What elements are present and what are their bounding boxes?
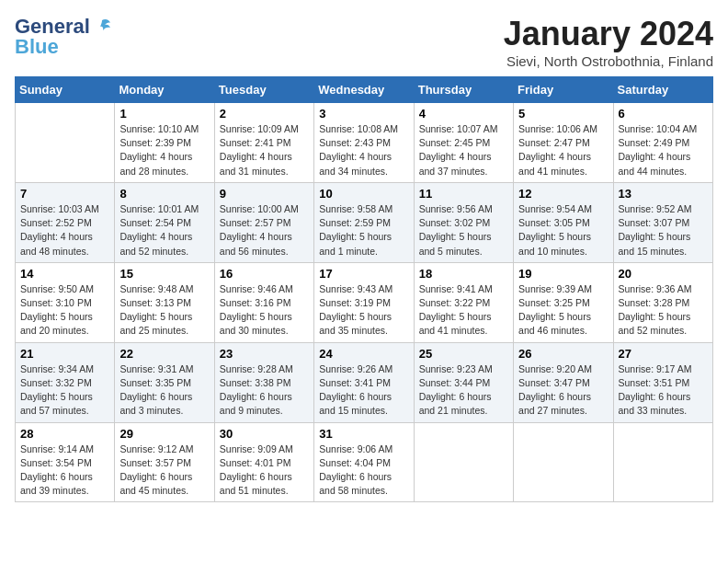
day-number: 5	[518, 107, 608, 121]
calendar-cell: 2Sunrise: 10:09 AMSunset: 2:41 PMDayligh…	[214, 103, 313, 183]
day-number: 20	[619, 267, 708, 281]
day-number: 17	[319, 267, 408, 281]
calendar-cell: 4Sunrise: 10:07 AMSunset: 2:45 PMDayligh…	[414, 103, 513, 183]
calendar-cell: 18Sunrise: 9:41 AMSunset: 3:22 PMDayligh…	[414, 262, 513, 342]
day-header-tuesday: Tuesday	[214, 77, 313, 103]
day-number: 8	[119, 187, 209, 201]
day-info: Sunrise: 9:41 AMSunset: 3:22 PMDaylight:…	[419, 282, 508, 339]
calendar-cell: 25Sunrise: 9:23 AMSunset: 3:44 PMDayligh…	[414, 342, 513, 422]
calendar-cell: 20Sunrise: 9:36 AMSunset: 3:28 PMDayligh…	[613, 262, 712, 342]
day-info: Sunrise: 10:10 AMSunset: 2:39 PMDaylight…	[119, 122, 209, 178]
calendar-cell: 12Sunrise: 9:54 AMSunset: 3:05 PMDayligh…	[514, 182, 613, 262]
day-info: Sunrise: 9:28 AMSunset: 3:38 PMDaylight:…	[220, 362, 309, 419]
day-header-monday: Monday	[115, 77, 214, 103]
day-header-wednesday: Wednesday	[314, 77, 414, 103]
calendar-table: SundayMondayTuesdayWednesdayThursdayFrid…	[15, 76, 713, 502]
calendar-cell: 9Sunrise: 10:00 AMSunset: 2:57 PMDayligh…	[214, 182, 313, 262]
calendar-cell: 19Sunrise: 9:39 AMSunset: 3:25 PMDayligh…	[514, 262, 613, 342]
day-header-friday: Friday	[514, 77, 613, 103]
day-number: 26	[518, 347, 608, 361]
day-number: 21	[20, 347, 109, 361]
day-number: 30	[220, 427, 309, 441]
calendar-week-row: 28Sunrise: 9:14 AMSunset: 3:54 PMDayligh…	[16, 422, 713, 502]
title-block: January 2024 Sievi, North Ostrobothnia, …	[504, 15, 713, 69]
calendar-cell: 24Sunrise: 9:26 AMSunset: 3:41 PMDayligh…	[314, 342, 414, 422]
day-number: 14	[20, 267, 109, 281]
day-info: Sunrise: 9:26 AMSunset: 3:41 PMDaylight:…	[319, 362, 408, 419]
day-info: Sunrise: 9:52 AMSunset: 3:07 PMDaylight:…	[619, 202, 708, 259]
calendar-header-row: SundayMondayTuesdayWednesdayThursdayFrid…	[16, 77, 713, 103]
day-info: Sunrise: 9:14 AMSunset: 3:54 PMDaylight:…	[20, 442, 109, 499]
day-info: Sunrise: 9:31 AMSunset: 3:35 PMDaylight:…	[119, 362, 209, 419]
logo-blue: Blue	[15, 35, 59, 59]
calendar-cell	[514, 422, 613, 502]
calendar-week-row: 1Sunrise: 10:10 AMSunset: 2:39 PMDayligh…	[16, 103, 713, 183]
calendar-cell: 21Sunrise: 9:34 AMSunset: 3:32 PMDayligh…	[16, 342, 115, 422]
calendar-subtitle: Sievi, North Ostrobothnia, Finland	[504, 53, 713, 69]
day-info: Sunrise: 9:43 AMSunset: 3:19 PMDaylight:…	[319, 282, 408, 339]
calendar-cell: 15Sunrise: 9:48 AMSunset: 3:13 PMDayligh…	[115, 262, 214, 342]
calendar-title: January 2024	[504, 15, 713, 53]
calendar-week-row: 14Sunrise: 9:50 AMSunset: 3:10 PMDayligh…	[16, 262, 713, 342]
day-info: Sunrise: 9:09 AMSunset: 4:01 PMDaylight:…	[220, 442, 309, 499]
day-info: Sunrise: 10:04 AMSunset: 2:49 PMDaylight…	[619, 122, 708, 178]
calendar-week-row: 21Sunrise: 9:34 AMSunset: 3:32 PMDayligh…	[16, 342, 713, 422]
calendar-cell: 16Sunrise: 9:46 AMSunset: 3:16 PMDayligh…	[214, 262, 313, 342]
day-number: 24	[319, 347, 408, 361]
day-info: Sunrise: 9:23 AMSunset: 3:44 PMDaylight:…	[419, 362, 508, 419]
calendar-cell: 3Sunrise: 10:08 AMSunset: 2:43 PMDayligh…	[314, 103, 414, 183]
calendar-cell: 23Sunrise: 9:28 AMSunset: 3:38 PMDayligh…	[214, 342, 313, 422]
calendar-cell: 6Sunrise: 10:04 AMSunset: 2:49 PMDayligh…	[613, 103, 712, 183]
day-number: 6	[619, 107, 708, 121]
logo: General Blue	[15, 15, 112, 59]
calendar-week-row: 7Sunrise: 10:03 AMSunset: 2:52 PMDayligh…	[16, 182, 713, 262]
calendar-cell: 1Sunrise: 10:10 AMSunset: 2:39 PMDayligh…	[115, 103, 214, 183]
day-number: 1	[119, 107, 209, 121]
calendar-cell: 22Sunrise: 9:31 AMSunset: 3:35 PMDayligh…	[115, 342, 214, 422]
day-info: Sunrise: 10:07 AMSunset: 2:45 PMDaylight…	[419, 122, 508, 178]
calendar-cell: 14Sunrise: 9:50 AMSunset: 3:10 PMDayligh…	[16, 262, 115, 342]
calendar-cell: 26Sunrise: 9:20 AMSunset: 3:47 PMDayligh…	[514, 342, 613, 422]
day-info: Sunrise: 9:56 AMSunset: 3:02 PMDaylight:…	[419, 202, 508, 259]
day-number: 3	[319, 107, 408, 121]
day-number: 11	[419, 187, 508, 201]
day-number: 31	[319, 427, 408, 441]
calendar-cell: 17Sunrise: 9:43 AMSunset: 3:19 PMDayligh…	[314, 262, 414, 342]
calendar-cell: 8Sunrise: 10:01 AMSunset: 2:54 PMDayligh…	[115, 182, 214, 262]
calendar-cell: 13Sunrise: 9:52 AMSunset: 3:07 PMDayligh…	[613, 182, 712, 262]
day-number: 16	[220, 267, 309, 281]
day-number: 10	[319, 187, 408, 201]
day-number: 19	[518, 267, 608, 281]
calendar-cell	[16, 103, 115, 183]
calendar-cell: 11Sunrise: 9:56 AMSunset: 3:02 PMDayligh…	[414, 182, 513, 262]
day-info: Sunrise: 10:09 AMSunset: 2:41 PMDaylight…	[220, 122, 309, 178]
day-number: 28	[20, 427, 109, 441]
calendar-cell: 30Sunrise: 9:09 AMSunset: 4:01 PMDayligh…	[214, 422, 313, 502]
calendar-cell: 31Sunrise: 9:06 AMSunset: 4:04 PMDayligh…	[314, 422, 414, 502]
day-info: Sunrise: 9:34 AMSunset: 3:32 PMDaylight:…	[20, 362, 109, 419]
calendar-cell: 29Sunrise: 9:12 AMSunset: 3:57 PMDayligh…	[115, 422, 214, 502]
calendar-cell	[414, 422, 513, 502]
day-number: 2	[220, 107, 309, 121]
day-info: Sunrise: 9:36 AMSunset: 3:28 PMDaylight:…	[619, 282, 708, 339]
day-info: Sunrise: 9:39 AMSunset: 3:25 PMDaylight:…	[518, 282, 608, 339]
day-info: Sunrise: 9:20 AMSunset: 3:47 PMDaylight:…	[518, 362, 608, 419]
day-number: 29	[119, 427, 209, 441]
logo-bird-icon	[92, 17, 112, 37]
day-info: Sunrise: 9:12 AMSunset: 3:57 PMDaylight:…	[119, 442, 209, 499]
day-info: Sunrise: 10:00 AMSunset: 2:57 PMDaylight…	[220, 202, 309, 259]
calendar-cell: 5Sunrise: 10:06 AMSunset: 2:47 PMDayligh…	[514, 103, 613, 183]
day-number: 9	[220, 187, 309, 201]
day-header-saturday: Saturday	[613, 77, 712, 103]
day-number: 13	[619, 187, 708, 201]
day-info: Sunrise: 9:48 AMSunset: 3:13 PMDaylight:…	[119, 282, 209, 339]
day-number: 27	[619, 347, 708, 361]
page-header: General Blue January 2024 Sievi, North O…	[15, 15, 713, 69]
calendar-cell: 28Sunrise: 9:14 AMSunset: 3:54 PMDayligh…	[16, 422, 115, 502]
calendar-cell: 10Sunrise: 9:58 AMSunset: 2:59 PMDayligh…	[314, 182, 414, 262]
day-header-sunday: Sunday	[16, 77, 115, 103]
day-info: Sunrise: 9:46 AMSunset: 3:16 PMDaylight:…	[220, 282, 309, 339]
day-info: Sunrise: 10:01 AMSunset: 2:54 PMDaylight…	[119, 202, 209, 259]
day-number: 22	[119, 347, 209, 361]
day-number: 23	[220, 347, 309, 361]
